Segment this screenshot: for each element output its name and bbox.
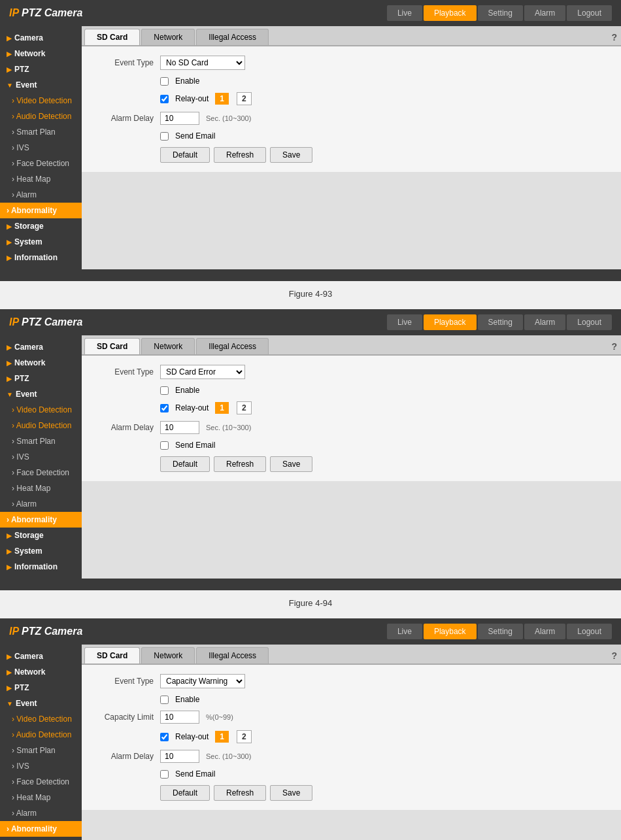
tab-illegal-access-1[interactable]: Illegal Access [196, 29, 269, 45]
refresh-btn-2[interactable]: Refresh [214, 456, 266, 472]
relay-btn-3-1[interactable]: 1 [215, 731, 229, 743]
sidebar-ptz-2[interactable]: ▶ PTZ [0, 371, 82, 386]
capacity-limit-input-3[interactable] [160, 711, 199, 724]
send-email-checkbox-2[interactable] [160, 441, 169, 450]
sidebar-alarm-2[interactable]: › Alarm [0, 496, 82, 512]
refresh-btn-3[interactable]: Refresh [214, 785, 266, 801]
help-icon-2[interactable]: ? [611, 341, 617, 354]
relay-checkbox-2[interactable] [160, 404, 169, 412]
nav-playback-btn-2[interactable]: Playback [424, 314, 477, 330]
relay-checkbox-1[interactable] [160, 95, 169, 103]
alarm-delay-input-3[interactable] [160, 750, 199, 763]
alarm-delay-input-2[interactable] [160, 421, 199, 434]
event-type-select-3[interactable]: No SD Card SD Card Error Capacity Warnin… [160, 674, 245, 688]
nav-logout-btn[interactable]: Logout [567, 5, 612, 21]
nav-logout-btn-2[interactable]: Logout [567, 314, 612, 330]
nav-alarm-btn[interactable]: Alarm [524, 5, 565, 21]
send-email-checkbox-1[interactable] [160, 132, 169, 141]
tab-sdcard-2[interactable]: SD Card [84, 338, 140, 354]
nav-alarm-btn-2[interactable]: Alarm [524, 314, 565, 330]
sidebar-heat-map-3[interactable]: › Heat Map [0, 790, 82, 805]
sidebar-information-2[interactable]: ▶ Information [0, 559, 82, 575]
sidebar-camera-2[interactable]: ▶ Camera [0, 339, 82, 355]
sidebar-ivs-3[interactable]: › IVS [0, 758, 82, 774]
sidebar-video-detection-2[interactable]: › Video Detection [0, 402, 82, 418]
save-btn-1[interactable]: Save [270, 147, 312, 163]
nav-setting-btn[interactable]: Setting [478, 5, 523, 21]
sidebar-alarm-3[interactable]: › Alarm [0, 805, 82, 821]
sidebar-face-detection-3[interactable]: › Face Detection [0, 774, 82, 790]
alarm-delay-input-1[interactable] [160, 112, 199, 125]
sidebar-storage-3[interactable]: ▶ Storage [0, 837, 82, 840]
event-type-select-2[interactable]: No SD Card SD Card Error Capacity Warnin… [160, 365, 245, 379]
sidebar-alarm[interactable]: › Alarm [0, 187, 82, 203]
save-btn-3[interactable]: Save [270, 785, 312, 801]
enable-checkbox-2[interactable] [160, 386, 169, 395]
sidebar-video-detection-3[interactable]: › Video Detection [0, 711, 82, 727]
sidebar-camera[interactable]: ▶ Camera [0, 30, 82, 46]
sidebar-information[interactable]: ▶ Information [0, 250, 82, 265]
save-btn-2[interactable]: Save [270, 456, 312, 472]
tab-illegal-access-2[interactable]: Illegal Access [196, 338, 269, 354]
sidebar-network-2[interactable]: ▶ Network [0, 355, 82, 371]
sidebar-ivs-2[interactable]: › IVS [0, 449, 82, 465]
sidebar-network-3[interactable]: ▶ Network [0, 664, 82, 680]
sidebar-smart-plan[interactable]: › Smart Plan [0, 124, 82, 140]
relay-btn-2-2[interactable]: 2 [237, 401, 252, 414]
nav-setting-btn-3[interactable]: Setting [478, 624, 523, 639]
relay-btn-1-2[interactable]: 2 [237, 92, 252, 105]
sidebar-ptz-3[interactable]: ▶ PTZ [0, 680, 82, 696]
nav-live-btn[interactable]: Live [387, 5, 422, 21]
sidebar-audio-detection-3[interactable]: › Audio Detection [0, 727, 82, 743]
nav-playback-btn-3[interactable]: Playback [424, 624, 477, 639]
sidebar-face-detection-2[interactable]: › Face Detection [0, 465, 82, 480]
sidebar-system-2[interactable]: ▶ System [0, 543, 82, 559]
default-btn-1[interactable]: Default [160, 147, 210, 163]
sidebar-abnormality-3[interactable]: › Abnormality [0, 821, 82, 837]
nav-logout-btn-3[interactable]: Logout [567, 624, 612, 639]
sidebar-ptz[interactable]: ▶ PTZ [0, 61, 82, 77]
help-icon-1[interactable]: ? [611, 32, 617, 45]
sidebar-heat-map-2[interactable]: › Heat Map [0, 480, 82, 496]
sidebar-abnormality-2[interactable]: › Abnormality [0, 512, 82, 528]
sidebar-face-detection[interactable]: › Face Detection [0, 156, 82, 171]
sidebar-event-2[interactable]: ▼ Event [0, 386, 82, 402]
relay-btn-1-1[interactable]: 1 [215, 93, 229, 105]
tab-sdcard-1[interactable]: SD Card [84, 29, 140, 45]
nav-alarm-btn-3[interactable]: Alarm [524, 624, 565, 639]
nav-live-btn-2[interactable]: Live [387, 314, 422, 330]
refresh-btn-1[interactable]: Refresh [214, 147, 266, 163]
sidebar-heat-map[interactable]: › Heat Map [0, 171, 82, 187]
sidebar-event[interactable]: ▼ Event [0, 77, 82, 93]
nav-setting-btn-2[interactable]: Setting [478, 314, 523, 330]
sidebar-network[interactable]: ▶ Network [0, 46, 82, 61]
sidebar-abnormality[interactable]: › Abnormality [0, 203, 82, 218]
relay-checkbox-3[interactable] [160, 733, 169, 741]
sidebar-audio-detection[interactable]: › Audio Detection [0, 109, 82, 124]
tab-illegal-access-3[interactable]: Illegal Access [196, 647, 269, 664]
sidebar-smart-plan-2[interactable]: › Smart Plan [0, 433, 82, 449]
sidebar-smart-plan-3[interactable]: › Smart Plan [0, 743, 82, 758]
relay-btn-2-1[interactable]: 1 [215, 402, 229, 414]
nav-live-btn-3[interactable]: Live [387, 624, 422, 639]
tab-network-3[interactable]: Network [141, 647, 195, 664]
sidebar-audio-detection-2[interactable]: › Audio Detection [0, 418, 82, 433]
event-type-select-1[interactable]: No SD Card SD Card Error Capacity Warnin… [160, 56, 245, 70]
send-email-checkbox-3[interactable] [160, 770, 169, 779]
default-btn-2[interactable]: Default [160, 456, 210, 472]
sidebar-camera-3[interactable]: ▶ Camera [0, 648, 82, 664]
sidebar-ivs[interactable]: › IVS [0, 140, 82, 156]
relay-btn-3-2[interactable]: 2 [237, 730, 252, 743]
enable-checkbox-1[interactable] [160, 77, 169, 86]
tab-network-2[interactable]: Network [141, 338, 195, 354]
sidebar-video-detection[interactable]: › Video Detection [0, 93, 82, 109]
help-icon-3[interactable]: ? [611, 650, 617, 664]
tab-sdcard-3[interactable]: SD Card [84, 647, 140, 664]
sidebar-storage[interactable]: ▶ Storage [0, 218, 82, 234]
nav-playback-btn[interactable]: Playback [424, 5, 477, 21]
sidebar-storage-2[interactable]: ▶ Storage [0, 528, 82, 543]
enable-checkbox-3[interactable] [160, 696, 169, 704]
sidebar-system[interactable]: ▶ System [0, 234, 82, 250]
sidebar-event-3[interactable]: ▼ Event [0, 696, 82, 711]
tab-network-1[interactable]: Network [141, 29, 195, 45]
